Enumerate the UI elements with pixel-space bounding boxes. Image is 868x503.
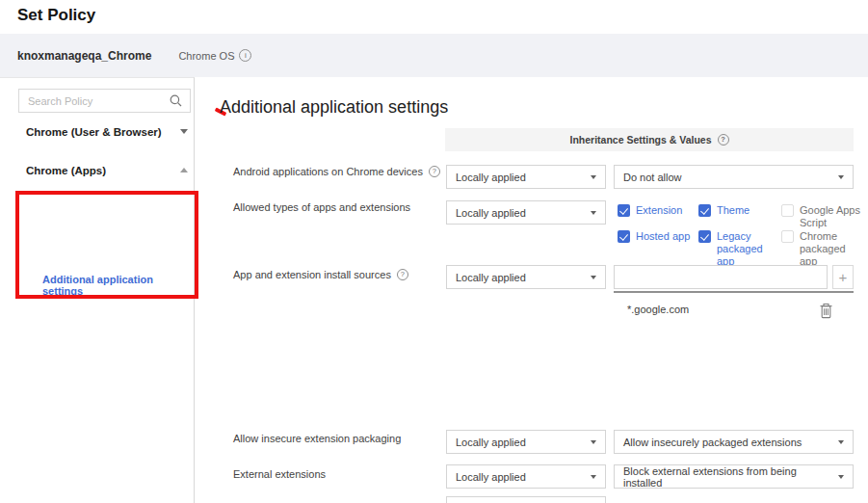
checkbox-checked-icon xyxy=(618,230,630,243)
row-label-text: Allowed types of apps and extensions xyxy=(233,201,410,213)
chevron-down-icon xyxy=(838,175,844,179)
sidebar-item-chrome-user-browser[interactable]: Chrome (User & Browser) xyxy=(26,126,180,138)
help-icon[interactable]: ? xyxy=(397,269,408,280)
info-icon[interactable]: i xyxy=(239,49,251,62)
row-label-text: Allow insecure extension packaging xyxy=(233,433,401,444)
selected-value: Block external extensions from being ins… xyxy=(623,465,832,489)
platform-label: Chrome OS i xyxy=(178,49,251,62)
chevron-down-icon xyxy=(591,276,596,279)
section-heading: Additional application settings xyxy=(220,97,448,118)
checkbox-label: Chrome packaged app xyxy=(800,230,863,268)
chevron-down-icon xyxy=(591,440,596,444)
help-icon[interactable]: ? xyxy=(429,166,440,177)
value-select-external-extensions[interactable]: Block external extensions from being ins… xyxy=(614,464,854,489)
sidebar-item-label: Chrome (Apps) xyxy=(26,165,106,176)
inheritance-select-allowed-types[interactable]: Locally applied xyxy=(446,200,606,225)
value-select-android-apps[interactable]: Do not allow xyxy=(614,165,854,189)
value-select-insecure-packaging[interactable]: Allow insecurely packaged extensions xyxy=(614,430,854,454)
row-label-text: Android applications on Chrome devices xyxy=(233,166,423,177)
inheritance-select-android-apps[interactable]: Locally applied xyxy=(446,165,606,189)
sidebar-item-chrome-apps[interactable]: Chrome (Apps) xyxy=(26,165,180,176)
row-label-android-apps: Android applications on Chrome devices ? xyxy=(233,166,440,177)
checkbox-unchecked-icon xyxy=(781,204,794,217)
checkbox-label: Hosted app xyxy=(636,230,690,243)
search-box[interactable] xyxy=(18,89,191,113)
checkbox-label: Legacy packaged app xyxy=(717,230,778,268)
page-title: Set Policy xyxy=(17,6,95,25)
set-policy-page: Set Policy knoxmanageqa_Chrome Chrome OS… xyxy=(0,0,868,503)
row-label-external-extensions: External extensions xyxy=(233,468,326,480)
sidebar-item-label: Chrome (User & Browser) xyxy=(26,126,162,138)
chevron-down-icon xyxy=(591,175,596,179)
row-label-install-sources: App and extension install sources ? xyxy=(233,269,408,280)
checkbox-checked-icon xyxy=(698,204,711,217)
inheritance-select-insecure-packaging[interactable]: Locally applied xyxy=(446,430,606,454)
row-label-insecure-packaging: Allow insecure extension packaging xyxy=(233,433,401,444)
selected-value: Locally applied xyxy=(456,172,526,183)
selected-value: Do not allow xyxy=(623,172,682,183)
trash-icon xyxy=(819,303,833,319)
entry-list-divider xyxy=(614,291,854,293)
checkbox-checked-icon xyxy=(698,230,711,243)
chevron-down-icon xyxy=(180,129,188,134)
search-icon xyxy=(170,94,182,107)
row-label-allowed-types: Allowed types of apps and extensions xyxy=(233,201,410,213)
inheritance-select-install-sources[interactable]: Locally applied xyxy=(446,265,606,289)
add-source-button[interactable]: + xyxy=(832,265,854,289)
checkbox-checked-icon xyxy=(618,204,630,217)
checkbox-legacy-packaged-app[interactable]: Legacy packaged app xyxy=(698,230,778,268)
search-input[interactable] xyxy=(19,95,170,107)
inheritance-select-external-extensions[interactable]: Locally applied xyxy=(446,464,606,489)
policy-name: knoxmanageqa_Chrome xyxy=(17,49,151,63)
selected-value: Locally applied xyxy=(456,207,526,219)
checkbox-theme[interactable]: Theme xyxy=(698,204,750,217)
inheritance-column-header: Inheritance Settings & Values ? xyxy=(445,128,854,151)
delete-entry-button[interactable] xyxy=(817,301,834,320)
checkbox-label: Extension xyxy=(636,204,682,217)
chevron-down-icon xyxy=(838,475,844,479)
chevron-down-icon xyxy=(591,211,596,215)
checkbox-google-apps-script[interactable]: Google Apps Script xyxy=(781,204,863,229)
checkbox-unchecked-icon xyxy=(781,230,794,243)
platform-text: Chrome OS xyxy=(178,50,234,62)
context-bar: knoxmanageqa_Chrome Chrome OS i xyxy=(0,34,868,77)
column-header-label: Inheritance Settings & Values xyxy=(569,134,711,146)
chevron-down-icon xyxy=(591,475,596,479)
selected-value: Allow insecurely packaged extensions xyxy=(623,437,802,448)
checkbox-chrome-packaged-app[interactable]: Chrome packaged app xyxy=(781,230,863,268)
chevron-down-icon xyxy=(838,440,844,444)
row-label-text: External extensions xyxy=(233,468,326,480)
selected-value: Locally applied xyxy=(456,272,526,283)
inheritance-select-partial[interactable] xyxy=(446,496,606,503)
install-source-entry: *.google.com xyxy=(627,304,689,315)
selected-value: Locally applied xyxy=(456,471,526,483)
checkbox-label: Theme xyxy=(717,204,750,217)
chevron-up-icon xyxy=(180,168,188,172)
policy-sidebar: Chrome (User & Browser) Chrome (Apps) Ad… xyxy=(0,77,195,503)
checkbox-label: Google Apps Script xyxy=(800,204,863,229)
sidebar-item-additional-application-settings[interactable]: Additional application settings xyxy=(42,274,194,297)
selected-value: Locally applied xyxy=(456,437,526,448)
checkbox-extension[interactable]: Extension xyxy=(618,204,682,217)
help-icon[interactable]: ? xyxy=(718,134,729,146)
row-label-text: App and extension install sources xyxy=(233,269,391,280)
checkbox-hosted-app[interactable]: Hosted app xyxy=(618,230,690,243)
install-source-input[interactable] xyxy=(614,265,828,289)
